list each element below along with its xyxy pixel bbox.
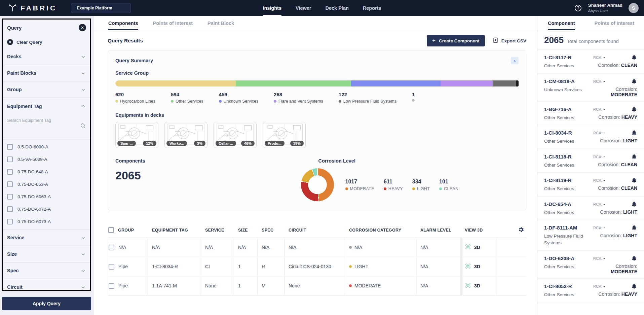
deck-thumbnail[interactable]: Spar ... 12%: [115, 122, 158, 148]
brand[interactable]: FABRIC: [8, 3, 57, 13]
bell-icon[interactable]: [631, 106, 637, 112]
corrosion-value: CLEAN: [621, 162, 637, 167]
filter-section-circuit[interactable]: Circuit: [3, 279, 90, 291]
tab-component[interactable]: Component: [548, 16, 575, 30]
deck-thumbnail[interactable]: Worko... 3%: [164, 122, 207, 148]
equipments-in-decks-label: Equipments in decks: [115, 112, 519, 118]
component-list-item[interactable]: 1-CI-8052-R RCA:- Other Services Corrosi…: [537, 279, 644, 303]
filter-section-service[interactable]: Service: [3, 230, 90, 246]
rca-label: RCA:: [593, 155, 602, 159]
tab-components[interactable]: Components: [108, 16, 138, 30]
view-3d-label: 3D: [474, 283, 480, 288]
legend-value: 268: [274, 92, 323, 97]
corrosion-dot: [349, 284, 352, 287]
bell-icon[interactable]: [631, 255, 637, 261]
bell-icon[interactable]: [631, 177, 637, 183]
row-checkbox[interactable]: [109, 264, 114, 270]
equipment-tag-option[interactable]: 0.5-VA-5039-A: [3, 153, 90, 166]
user-block[interactable]: Shaheer Ahmad Abyss User: [588, 3, 622, 13]
component-list-item[interactable]: 1-CM-0818-A RCA:- Unknown Services Corro…: [537, 74, 644, 102]
rca-label: RCA:: [593, 256, 602, 260]
bell-icon[interactable]: [631, 224, 637, 231]
component-list-item[interactable]: 1-DF-8111-AM RCA:- Low Pressure Fluid Sy…: [537, 220, 644, 250]
equipment-tag-option[interactable]: 0.75-DO-6073-A: [3, 215, 90, 228]
collapse-summary-button[interactable]: [511, 57, 519, 64]
component-list-item[interactable]: 1-BG-716-A RCA:- Other Services Corrosio…: [537, 102, 644, 126]
bell-icon[interactable]: [631, 153, 637, 160]
component-list-item[interactable]: 1-CI-8117-R RCA:- Other Services Corrosi…: [537, 50, 644, 74]
create-component-button[interactable]: + Create Component: [427, 35, 485, 46]
bell-icon[interactable]: [631, 201, 637, 207]
close-query-icon[interactable]: ✕: [79, 24, 86, 31]
search-icon[interactable]: [80, 123, 86, 129]
chevron-down-icon: [80, 284, 86, 290]
component-list-item[interactable]: 1-CI-8119-R RCA:- Other Services Corrosi…: [537, 173, 644, 197]
component-list-item[interactable]: 1-DO-6208-A RCA:- Other Services Corrosi…: [537, 251, 644, 279]
checkbox[interactable]: [7, 219, 13, 224]
view-3d-button[interactable]: 3D: [461, 276, 497, 295]
filter-section-group[interactable]: Group: [3, 81, 90, 98]
row-checkbox[interactable]: [109, 245, 114, 250]
checkbox[interactable]: [7, 169, 13, 175]
bell-icon[interactable]: [631, 54, 637, 61]
apply-query-button[interactable]: Apply Query: [2, 297, 91, 310]
bell-icon[interactable]: [631, 130, 637, 136]
equipment-tag-option[interactable]: 0.75-DC-648-A: [3, 166, 90, 178]
help-icon[interactable]: [574, 4, 582, 12]
equipment-tag-option[interactable]: 0.75-DO-6072-A: [3, 203, 90, 215]
tab-label: Paint Block: [207, 21, 234, 26]
tab-points-of-interest[interactable]: Points of Interest: [595, 16, 634, 30]
filter-section-spec[interactable]: Spec: [3, 262, 90, 279]
tab-label: Component: [548, 21, 575, 26]
cube-3d-icon: [465, 263, 471, 270]
user-avatar[interactable]: S: [629, 3, 639, 13]
component-tag: 1-CM-0818-A: [544, 78, 593, 84]
table-row[interactable]: Pipe 1-CI-8034-R CI 1 R Circuit CS-024-0…: [108, 257, 526, 276]
row-checkbox[interactable]: [109, 283, 114, 289]
checkbox[interactable]: [7, 144, 13, 150]
deck-thumbnail[interactable]: Cellar ... 46%: [214, 122, 257, 148]
nav-item-deck-plan[interactable]: Deck Plan: [325, 0, 348, 16]
checkbox[interactable]: [7, 194, 13, 200]
legend-dot: [219, 100, 222, 103]
export-csv-button[interactable]: Export CSV: [492, 37, 526, 44]
legend-label: MODERATE: [350, 186, 374, 191]
nav-item-reports[interactable]: Reports: [363, 0, 381, 16]
clear-query-button[interactable]: ✕ Clear Query: [3, 36, 90, 48]
equipment-tag-option[interactable]: 0.5-DO-6090-A: [3, 141, 90, 153]
filter-section-decks[interactable]: Decks: [3, 48, 90, 65]
filter-section-size[interactable]: Size: [3, 246, 90, 262]
corrosion-value: LIGHT: [623, 209, 637, 215]
tab-points-of-interest[interactable]: Points of Interest: [153, 16, 193, 30]
checkbox[interactable]: [7, 156, 13, 162]
view-3d-button[interactable]: 3D: [461, 257, 497, 276]
component-list-item[interactable]: 1-CI-8034-R RCA:- Other Services Corrosi…: [537, 125, 644, 149]
equipment-tag-option-label: 0.75-DO-6073-A: [17, 219, 51, 224]
equipment-tag-option[interactable]: 0.75-DC-653-A: [3, 178, 90, 190]
corrosion-value: HEAVY: [621, 114, 637, 120]
filter-section-equipment-tag[interactable]: Equipment Tag: [3, 98, 90, 114]
equipment-tag-option[interactable]: 0.75-DO-6063-A: [3, 190, 90, 203]
gear-icon[interactable]: [518, 226, 524, 234]
nav-item-viewer[interactable]: Viewer: [296, 0, 311, 16]
components-count: 2065: [115, 169, 301, 182]
platform-selector[interactable]: Example Platform: [71, 3, 131, 13]
cell-spec: M: [258, 276, 285, 295]
cell-size: 1: [234, 257, 258, 276]
component-list-item[interactable]: 1-CI-8118-R RCA:- Other Services Corrosi…: [537, 149, 644, 173]
table-row[interactable]: Pipe 1-1A-741-M None 1 M None MODERATE N…: [108, 276, 526, 295]
bell-icon[interactable]: [631, 283, 637, 289]
bell-icon[interactable]: [631, 78, 637, 84]
filter-section-paint-blocks[interactable]: Paint Blocks: [3, 65, 90, 81]
nav-item-insights[interactable]: Insights: [263, 0, 281, 16]
deck-thumbnail[interactable]: Produ... 39%: [263, 122, 306, 148]
component-list-item[interactable]: 1-DC-654-A RCA:- Other Services Corrosio…: [537, 197, 644, 220]
select-all-checkbox[interactable]: [108, 227, 114, 233]
view-3d-button[interactable]: 3D: [461, 238, 497, 257]
tab-paint-block[interactable]: Paint Block: [207, 16, 234, 30]
equipment-tag-search[interactable]: Search Equipment Tag: [3, 114, 90, 139]
checkbox[interactable]: [7, 181, 13, 187]
checkbox[interactable]: [7, 206, 13, 212]
components-label: Components: [115, 158, 301, 164]
table-row[interactable]: N/A N/A N/A N/A N/A N/A N/A N/A 3D: [108, 238, 526, 257]
